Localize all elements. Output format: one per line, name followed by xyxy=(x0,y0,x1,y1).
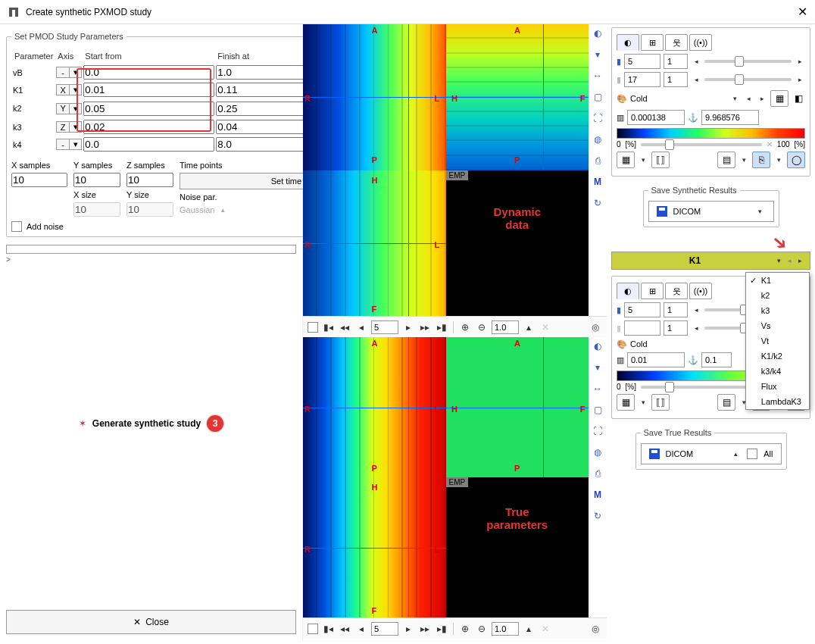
globe-icon[interactable]: ◍ xyxy=(592,133,604,145)
layout-icon[interactable]: ▦ xyxy=(617,152,635,168)
chevron-down-icon[interactable]: ▾ xyxy=(592,48,604,61)
z-samples-input[interactable] xyxy=(126,173,173,187)
globe-icon[interactable]: ◍ xyxy=(592,446,604,458)
axis-select-K1[interactable]: X▾ xyxy=(56,84,82,95)
noise-type-select[interactable]: Gaussian xyxy=(180,205,214,214)
tab-grid-icon[interactable]: ⊞ xyxy=(641,34,664,51)
win-a2[interactable] xyxy=(624,72,660,87)
min-input-2[interactable] xyxy=(627,352,685,367)
tab-person-icon[interactable]: 웃 xyxy=(665,34,688,51)
menu-item-k2[interactable]: k2 xyxy=(746,288,809,303)
zoom-in-icon[interactable]: ⊕ xyxy=(458,322,472,333)
colorbar[interactable] xyxy=(617,128,805,139)
tab-signal-icon[interactable]: ((•)) xyxy=(689,283,712,299)
layers-icon[interactable]: ◐ xyxy=(592,27,604,39)
start-K1[interactable] xyxy=(83,83,214,97)
win-a1[interactable] xyxy=(624,54,660,69)
add-noise-checkbox[interactable] xyxy=(11,221,22,232)
frame-input-2[interactable] xyxy=(371,622,398,636)
save-all-checkbox[interactable] xyxy=(747,449,757,459)
zoom-out-icon[interactable]: ⊖ xyxy=(475,322,489,333)
axis-select-vB[interactable]: -▾ xyxy=(56,67,82,78)
target-icon[interactable]: ◎ xyxy=(589,624,602,634)
expand-icon[interactable]: ⛶ xyxy=(592,425,604,437)
sync-icon[interactable]: ↔ xyxy=(592,383,604,395)
next-frame-button[interactable]: ▸ xyxy=(401,322,415,333)
tab-contrast-icon[interactable]: ◐ xyxy=(617,283,639,299)
copy-icon[interactable]: ⎘ xyxy=(752,152,770,168)
prev-frame-button[interactable]: ◂ xyxy=(354,322,368,333)
menu-item-Vt[interactable]: Vt xyxy=(746,333,809,349)
m-icon[interactable]: M xyxy=(592,176,604,188)
frame-input-1[interactable] xyxy=(371,320,398,334)
win-b1[interactable] xyxy=(664,54,688,69)
zoom-input-2[interactable] xyxy=(492,622,519,636)
forward-button[interactable]: ▸▸ xyxy=(418,624,432,634)
up-triangle[interactable]: ▴ xyxy=(522,322,536,333)
dashed-box-icon[interactable]: ▢ xyxy=(592,91,604,103)
win2-b2[interactable] xyxy=(664,320,688,336)
expand-icon[interactable]: ⛶ xyxy=(592,112,604,124)
print-icon[interactable]: ⎙ xyxy=(592,467,604,480)
zoom-out-icon[interactable]: ⊖ xyxy=(475,624,489,634)
max-input-2[interactable] xyxy=(701,352,732,367)
axis-select-k2[interactable]: Y▾ xyxy=(56,103,82,114)
last-frame-button[interactable]: ▸▮ xyxy=(435,624,448,634)
min-input[interactable] xyxy=(627,110,685,125)
y-samples-input[interactable] xyxy=(73,173,120,187)
pixels-icon[interactable]: ▦ xyxy=(770,90,788,107)
print-icon[interactable]: ⎙ xyxy=(592,155,604,167)
axis-select-k4[interactable]: -▾ xyxy=(56,139,82,150)
grid2-icon[interactable]: ▤ xyxy=(717,152,735,168)
refresh-icon[interactable]: ↻ xyxy=(592,197,604,209)
zoom-in-icon[interactable]: ⊕ xyxy=(458,624,472,634)
grid2-icon[interactable]: ▤ xyxy=(717,394,735,411)
first-frame-button[interactable]: ▮◂ xyxy=(321,322,335,333)
dashed-box-icon[interactable]: ▢ xyxy=(592,404,604,416)
target-icon[interactable]: ◎ xyxy=(589,322,602,333)
forward-button[interactable]: ▸▸ xyxy=(418,322,432,333)
win2-b1[interactable] xyxy=(664,302,688,317)
chevron-down-icon[interactable]: ▾ xyxy=(592,361,604,374)
save-synthetic-button[interactable]: DICOM ▾ xyxy=(648,201,774,222)
sync-icon[interactable]: ↔ xyxy=(592,70,604,82)
tab-contrast-icon[interactable]: ◐ xyxy=(617,34,639,51)
window-close-icon[interactable]: ✕ xyxy=(798,5,807,19)
refresh-icon[interactable]: ↻ xyxy=(592,510,604,522)
bracket-icon[interactable]: ⟦⟧ xyxy=(651,152,670,168)
start-k3[interactable] xyxy=(83,120,214,134)
menu-item-K1[interactable]: K1 xyxy=(746,273,809,288)
close-button[interactable]: ✕ Close xyxy=(6,610,296,634)
menu-item-k3k4[interactable]: k3/k4 xyxy=(746,364,809,379)
menu-item-LambdaK3[interactable]: LambdaK3 xyxy=(746,394,809,409)
slider-1[interactable] xyxy=(704,60,792,63)
tab-grid-icon[interactable]: ⊞ xyxy=(641,283,664,299)
rounded-icon[interactable]: ◯ xyxy=(787,152,805,168)
anchor-icon[interactable]: ⚓ xyxy=(688,355,698,365)
max-input[interactable] xyxy=(701,110,759,125)
viewer-dynamic-canvas[interactable]: A P R L H F A P H F R L EMP Dynamicdata xyxy=(303,24,589,316)
menu-item-Vs[interactable]: Vs xyxy=(746,318,809,333)
start-vB[interactable] xyxy=(83,65,214,80)
layout-icon[interactable]: ▦ xyxy=(617,394,635,411)
win-b2[interactable] xyxy=(664,72,688,87)
rewind-button[interactable]: ◂◂ xyxy=(338,624,351,634)
colorsample-icon[interactable]: ◧ xyxy=(792,92,805,105)
save-true-button[interactable]: DICOM ▴ All xyxy=(641,443,782,464)
x-samples-input[interactable] xyxy=(11,173,67,187)
tab-signal-icon[interactable]: ((•)) xyxy=(689,34,712,51)
next-frame-button[interactable]: ▸ xyxy=(401,624,415,634)
playback-checkbox-1[interactable] xyxy=(308,322,318,333)
palette-select[interactable]: Cold xyxy=(630,94,726,103)
menu-item-K1k2[interactable]: K1/k2 xyxy=(746,349,809,364)
win2-a1[interactable] xyxy=(624,302,660,317)
tab-person-icon[interactable]: 웃 xyxy=(665,283,688,299)
axis-select-k3[interactable]: Z▾ xyxy=(56,121,82,133)
zoom-input-1[interactable] xyxy=(492,320,519,334)
last-frame-button[interactable]: ▸▮ xyxy=(435,322,448,333)
anchor-icon[interactable]: ⚓ xyxy=(688,113,698,123)
start-k2[interactable] xyxy=(83,102,214,116)
up-triangle[interactable]: ▴ xyxy=(522,624,536,634)
start-k4[interactable] xyxy=(83,137,214,152)
playback-checkbox-2[interactable] xyxy=(308,624,318,634)
